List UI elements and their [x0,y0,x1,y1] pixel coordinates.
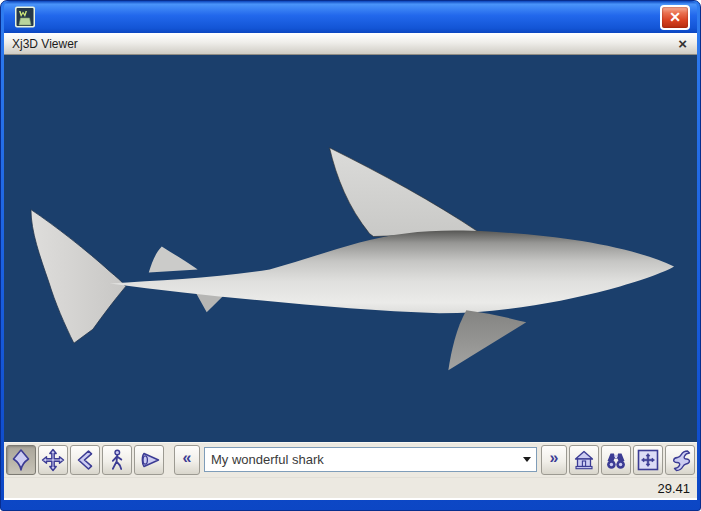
fps-readout: 29.41 [657,481,690,496]
next-viewpoint-icon: » [550,450,559,469]
shark-model [4,55,697,442]
viewpoint-value: My wonderful shark [205,452,518,467]
shark-dorsal-fin [330,148,480,237]
previous-viewpoint-icon: « [183,450,192,469]
seek-button[interactable] [601,445,631,475]
inner-titlebar[interactable]: Xj3D Viewer × [4,33,697,55]
shark-tail-fin [31,210,126,344]
xj3d-app-icon [14,6,36,28]
previous-viewpoint-button[interactable]: « [174,445,200,475]
fly-icon [9,448,33,472]
fly-mode-button[interactable] [6,445,36,475]
close-button[interactable]: ✕ [660,5,690,30]
xj3d-viewer-frame: Xj3D Viewer × [4,33,697,500]
home-icon [572,448,596,472]
seek-icon [604,448,628,472]
walk-mode-button[interactable] [102,445,132,475]
window-titlebar[interactable]: ✕ [4,1,697,33]
home-viewpoint-button[interactable] [569,445,599,475]
pan-icon [41,448,65,472]
walk-icon [105,448,129,472]
navigation-toolbar: « My wonderful shark » [4,442,697,477]
fit-world-button[interactable] [633,445,663,475]
scroll-button[interactable] [665,445,695,475]
scroll-icon [668,448,692,472]
next-viewpoint-button[interactable]: » [541,445,567,475]
chevron-down-icon[interactable] [518,448,536,471]
tilt-icon [73,448,97,472]
fit-world-icon [636,448,660,472]
xp-window: ✕ Xj3D Viewer × [0,0,701,511]
pan-mode-button[interactable] [38,445,68,475]
tilt-mode-button[interactable] [70,445,100,475]
examine-icon [137,448,161,472]
inner-close-icon[interactable]: × [676,37,689,51]
shark-body [110,230,674,313]
shark-second-dorsal-fin [149,247,198,273]
inner-frame-title: Xj3D Viewer [12,37,676,51]
viewpoint-combobox[interactable]: My wonderful shark [204,447,537,472]
status-bar: 29.41 [4,477,697,498]
examine-mode-button[interactable] [134,445,164,475]
3d-viewport[interactable] [4,55,697,442]
close-icon: ✕ [669,9,681,25]
shark-pectoral-fin [448,310,526,370]
